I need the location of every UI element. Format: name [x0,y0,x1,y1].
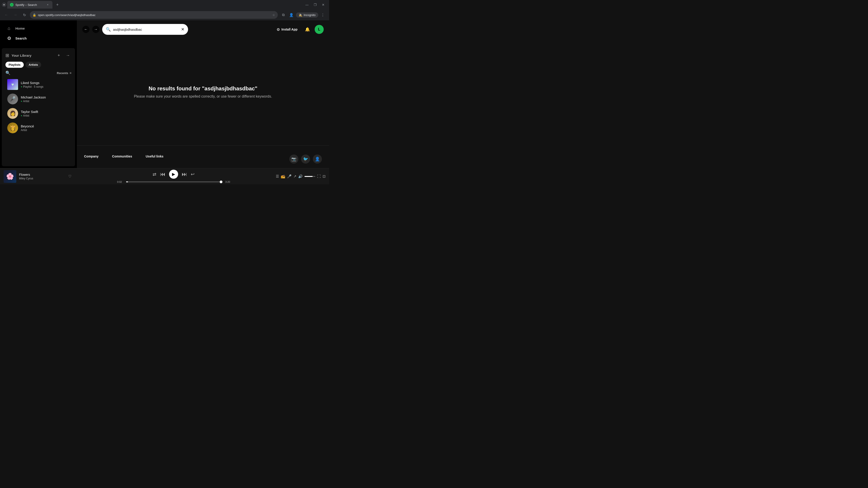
browser-chrome: ▾ ♫ Spotify – Search × + — ❐ ✕ ← → ↻ 🔒 o… [0,0,329,20]
search-input[interactable] [113,28,179,31]
liked-songs-type-meta: Playlist · 5 songs [23,85,43,88]
recents-row[interactable]: Recents ≡ [57,71,71,75]
next-btn[interactable]: ⏭ [182,171,187,177]
notifications-btn[interactable]: 🔔 [304,26,311,33]
incognito-icon: 🕵 [299,13,302,17]
michael-jackson-meta: ● Artist [21,100,70,103]
library-title-row[interactable]: ⊞ Your Library [5,53,31,58]
liked-songs-meta: ● Playlist · 5 songs [21,85,70,88]
shuffle-btn[interactable]: ⇄ [153,171,156,177]
back-btn[interactable]: ← [3,11,10,19]
mj-type: Artist [23,100,29,103]
green-dot-icon: ● [21,86,22,88]
search-icon: ⊙ [6,35,12,41]
restore-btn[interactable]: ❐ [312,2,318,8]
sidebar: ⌂ Home ⊙ Search ⊞ Your Library + [0,20,77,168]
taylor-swift-info: Taylor Swift ● Artist [21,110,70,117]
nav-forward-btn[interactable]: → [92,26,99,33]
minimize-btn[interactable]: — [304,2,310,8]
user-profile-icon[interactable]: 👤 [288,11,295,19]
footer-col-useful-links: Useful links [146,155,163,164]
miniplayer-icon[interactable]: ⊡ [322,174,326,178]
expand-library-btn[interactable]: → [64,52,71,59]
close-btn[interactable]: ✕ [320,2,327,8]
browser-tab[interactable]: ♫ Spotify – Search × [7,1,53,8]
search-bar: 🔍 ✕ [102,24,188,35]
browser-toolbar: ← → ↻ 🔒 open.spotify.com/search/asdjhasj… [0,9,329,20]
ts-avatar: 👩 [7,108,18,119]
arrow-right-icon: → [66,53,70,58]
fullscreen-icon[interactable]: ⛶ [317,174,321,178]
browser-titlebar: ▾ ♫ Spotify – Search × + — ❐ ✕ [0,0,329,9]
footer-cols: Company Communities Useful links 📷 🐦 👤 [84,155,322,164]
share-icon[interactable]: ↗ [293,174,296,178]
search-clear-btn[interactable]: ✕ [181,27,184,32]
incognito-badge[interactable]: 🕵 Incognito [296,12,318,18]
now-playing-bar: 🌸 Flowers Miley Cyrus ♡ ⇄ ⏮ ▶ ⏭ ↩ 0:02 [0,168,329,184]
lock-icon: 🔒 [33,13,36,17]
devices-icon[interactable]: 📻 [281,174,285,178]
user-avatar[interactable]: L [315,25,324,34]
library-item-taylor-swift[interactable]: 👩 Taylor Swift ● Artist [4,106,73,121]
sidebar-top: ⌂ Home ⊙ Search [0,20,77,46]
progress-dot [220,181,222,183]
previous-btn[interactable]: ⏮ [160,171,165,177]
list-icon: ≡ [70,71,71,75]
tab-group-arrow[interactable]: ▾ [2,2,6,7]
header-right: ⊙ Install App 🔔 L [274,25,324,34]
extensions-icon[interactable]: ⧉ [280,11,287,19]
lyrics-icon[interactable]: 🎤 [287,174,291,178]
play-pause-btn[interactable]: ▶ [169,170,178,179]
bookmark-icon[interactable]: ☆ [272,13,275,17]
progress-bar[interactable] [126,182,221,182]
nav-back-btn[interactable]: ← [82,26,90,33]
twitter-icon[interactable]: 🐦 [301,155,310,164]
download-icon: ⊙ [277,27,280,32]
social-icons: 📷 🐦 👤 [289,155,322,164]
library-item-michael-jackson[interactable]: 🎤 Michael Jackson ● Artist [4,92,73,106]
taylor-swift-name: Taylor Swift [21,110,70,113]
beyonce-thumb: 👸 [7,123,18,133]
address-text: open.spotify.com/search/asdjhasjbdhasdba… [38,13,271,17]
add-library-btn[interactable]: + [55,52,62,59]
pill-playlists[interactable]: Playlists [5,62,24,68]
instagram-icon[interactable]: 📷 [289,155,298,164]
volume-controls: ☰ 📻 🎤 ↗ 🔊 ⛶ ⊡ [276,174,326,178]
no-results-area: No results found for "asdjhasjbdhasdbac"… [77,38,329,145]
library-search-icon[interactable]: 🔍 [5,70,10,75]
refresh-btn[interactable]: ↻ [21,11,28,19]
home-icon: ⌂ [6,26,12,31]
tab-close-btn[interactable]: × [46,3,50,7]
more-menu-btn[interactable]: ⋮ [319,11,327,19]
footer-section: Company Communities Useful links 📷 🐦 👤 [77,145,329,168]
app-root: ⌂ Home ⊙ Search ⊞ Your Library + [0,20,329,184]
liked-songs-name: Liked Songs [21,81,70,85]
extra-controls: ☰ 📻 🎤 ↗ [276,174,296,178]
pill-artists[interactable]: Artists [26,62,41,68]
controls-row: ⇄ ⏮ ▶ ⏭ ↩ [153,170,195,179]
volume-bar[interactable] [305,176,315,177]
address-bar[interactable]: 🔒 open.spotify.com/search/asdjhasjbdhasd… [30,11,278,19]
heart-fill-icon: ♥ [11,82,14,87]
like-track-btn[interactable]: ♡ [68,174,71,178]
repeat-btn[interactable]: ↩ [191,171,195,177]
ts-type: Artist [23,114,29,117]
sidebar-item-search[interactable]: ⊙ Search [4,34,72,43]
main-header: ← → 🔍 ✕ ⊙ Install App 🔔 L [77,20,329,38]
facebook-icon[interactable]: 👤 [313,155,322,164]
queue-icon[interactable]: ☰ [276,174,279,178]
sidebar-item-home[interactable]: ⌂ Home [4,24,72,33]
bey-avatar: 👸 [7,123,18,133]
volume-icon[interactable]: 🔊 [298,174,303,178]
recents-label: Recents [57,71,68,75]
library-item-beyonce[interactable]: 👸 Beyoncé Artist [4,121,73,135]
liked-songs-info: Liked Songs ● Playlist · 5 songs [21,81,70,88]
install-app-btn[interactable]: ⊙ Install App [274,26,300,33]
new-tab-btn[interactable]: + [54,2,61,8]
search-bar-icon: 🔍 [106,27,111,32]
track-info: Flowers Miley Cyrus [19,173,66,180]
main-content: ← → 🔍 ✕ ⊙ Install App 🔔 L [77,20,329,168]
forward-btn[interactable]: → [12,11,19,19]
library-item-liked-songs[interactable]: ♥ Liked Songs ● Playlist · 5 songs [4,77,73,92]
now-playing-track: 🌸 Flowers Miley Cyrus ♡ [4,170,71,183]
